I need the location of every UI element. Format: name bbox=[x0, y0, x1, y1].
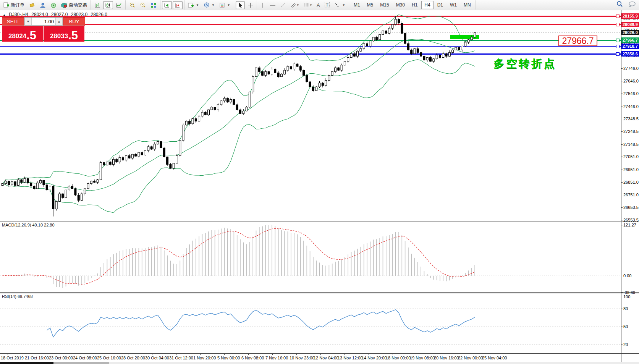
candle-body bbox=[255, 68, 257, 76]
candle-body bbox=[128, 155, 130, 158]
price-axis-tick: 27051.0 bbox=[623, 154, 639, 159]
autoscroll-button[interactable] bbox=[162, 1, 172, 9]
eraser-button[interactable] bbox=[27, 1, 37, 9]
candle-body bbox=[293, 64, 295, 69]
panel-separator[interactable] bbox=[0, 292, 639, 293]
panel-separator[interactable] bbox=[0, 222, 639, 222]
cursor-button[interactable] bbox=[236, 1, 245, 9]
volume-decrease-button[interactable]: ▼ bbox=[24, 18, 32, 25]
periods-button[interactable]: ▼ bbox=[202, 1, 217, 9]
chart-shift-button[interactable] bbox=[173, 1, 183, 9]
price-axis-tick: 27546.0 bbox=[623, 91, 639, 96]
timeframe-button-mn[interactable]: MN bbox=[461, 1, 474, 9]
timeframe-button-h1[interactable]: H1 bbox=[409, 1, 421, 9]
candle-body bbox=[43, 180, 45, 185]
timeframe-button-m5[interactable]: M5 bbox=[364, 1, 377, 9]
candle-body bbox=[30, 183, 32, 186]
buy-button[interactable]: BUY bbox=[63, 17, 85, 26]
candle-body bbox=[398, 19, 400, 23]
text-label-button[interactable]: T bbox=[323, 1, 332, 9]
macd-panel-canvas[interactable] bbox=[0, 222, 621, 292]
bar-chart-button[interactable] bbox=[92, 1, 102, 9]
candle-body bbox=[8, 181, 10, 185]
trendline-button[interactable] bbox=[278, 1, 288, 9]
price-callout-box[interactable]: 27966.7 bbox=[558, 36, 597, 46]
sell-price-box[interactable]: 28024 .5 bbox=[2, 26, 43, 42]
timeframe-button-m30[interactable]: M30 bbox=[393, 1, 408, 9]
bottom-strip bbox=[0, 362, 639, 364]
auto-trading-button[interactable]: 自动交易 bbox=[59, 1, 89, 10]
candle-body bbox=[391, 24, 393, 28]
main-chart-canvas[interactable] bbox=[0, 11, 621, 221]
line-drag-handle[interactable] bbox=[616, 45, 620, 48]
candlestick-chart-button[interactable] bbox=[103, 1, 113, 9]
horizontal-line-button[interactable] bbox=[268, 1, 278, 9]
candle-body bbox=[319, 83, 320, 87]
panel-separator[interactable] bbox=[0, 293, 639, 293]
dropdown-arrow-icon: ▼ bbox=[196, 3, 199, 7]
candle-body bbox=[55, 201, 57, 209]
buy-price-box[interactable]: 28033 .5 bbox=[44, 26, 84, 42]
toolbar-group-timeframes: M1M5M15M30H1H4D1W1MN bbox=[349, 0, 476, 10]
line-drag-handle[interactable] bbox=[616, 39, 620, 42]
panel-separator[interactable] bbox=[0, 221, 639, 221]
time-axis-label: 6 Nov 08:00 bbox=[241, 356, 264, 360]
zoom-out-button[interactable] bbox=[138, 1, 148, 9]
arrows-button[interactable]: ▼ bbox=[332, 1, 347, 9]
candle-body bbox=[243, 111, 244, 114]
timeframe-button-d1[interactable]: D1 bbox=[434, 1, 446, 9]
candle-body bbox=[68, 186, 70, 190]
candle-body bbox=[312, 87, 314, 91]
text-tool-icon: A bbox=[317, 2, 320, 8]
zoom-in-button[interactable] bbox=[127, 1, 137, 9]
tile-windows-button[interactable] bbox=[149, 1, 159, 9]
indicators-button[interactable]: ▼ bbox=[186, 1, 201, 9]
search-icon[interactable] bbox=[616, 1, 623, 7]
candle-body bbox=[21, 180, 23, 183]
candle-body bbox=[335, 68, 336, 71]
sell-button[interactable]: SELL bbox=[2, 17, 24, 26]
chinese-note-label[interactable]: 多空转折点 bbox=[493, 57, 556, 71]
text-button[interactable]: A bbox=[315, 1, 322, 9]
candle-body bbox=[220, 101, 222, 105]
line-drag-handle[interactable] bbox=[616, 52, 620, 56]
crosshair-button[interactable] bbox=[246, 1, 255, 9]
candle-body bbox=[189, 121, 191, 124]
timeframe-button-m15[interactable]: M15 bbox=[377, 1, 392, 9]
candle-body bbox=[27, 178, 29, 183]
line-drag-handle[interactable] bbox=[616, 23, 620, 26]
sell-price-fraction: .5 bbox=[26, 31, 36, 40]
collapse-marker-icon[interactable]: ▲ bbox=[3, 13, 6, 17]
vertical-line-button[interactable] bbox=[259, 1, 267, 9]
candle-body bbox=[90, 181, 92, 184]
timeframe-button-h4[interactable]: H4 bbox=[421, 1, 433, 9]
line-drag-handle[interactable] bbox=[616, 15, 620, 18]
candle-body bbox=[100, 163, 102, 180]
volume-input[interactable] bbox=[32, 18, 55, 25]
new-order-button[interactable]: 新订单 bbox=[2, 1, 26, 10]
candle-body bbox=[33, 186, 35, 189]
candle-body bbox=[141, 152, 143, 155]
volume-increase-button[interactable]: ▲ bbox=[55, 18, 63, 25]
toolbar-group-chart-type bbox=[91, 0, 126, 10]
candle-body bbox=[347, 58, 349, 61]
timeframe-button-m1[interactable]: M1 bbox=[351, 1, 363, 9]
chat-icon[interactable] bbox=[628, 1, 636, 7]
candle-body bbox=[439, 55, 441, 58]
candle-body bbox=[239, 110, 241, 113]
fibonacci-button[interactable]: F bbox=[302, 1, 314, 9]
candle-body bbox=[360, 49, 362, 51]
channel-button[interactable]: E bbox=[289, 1, 301, 9]
time-axis-label: 25 Oct 16:00 bbox=[97, 356, 121, 360]
rsi-panel-canvas[interactable] bbox=[0, 293, 621, 353]
candle-body bbox=[309, 82, 311, 87]
community-button[interactable] bbox=[38, 1, 48, 9]
price-line-label: 27966.7 bbox=[621, 37, 639, 43]
timeframe-button-w1[interactable]: W1 bbox=[447, 1, 460, 9]
time-axis-label: 5 Nov 00:00 bbox=[217, 356, 240, 360]
signal-button[interactable] bbox=[49, 1, 58, 9]
line-chart-button[interactable] bbox=[114, 1, 124, 9]
templates-button[interactable]: ▼ bbox=[217, 1, 232, 9]
price-axis-tick: 27348.5 bbox=[623, 116, 639, 121]
vertical-line-icon bbox=[260, 2, 265, 8]
